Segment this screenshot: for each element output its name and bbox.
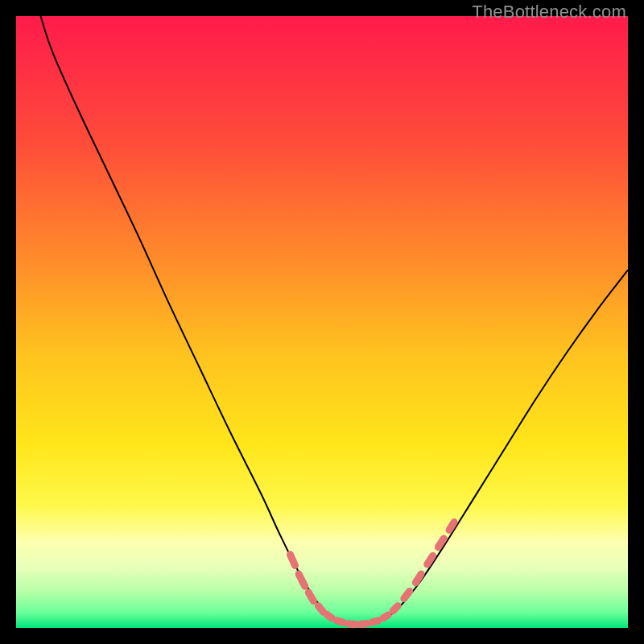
gradient-background	[16, 16, 628, 628]
watermark-text: TheBottleneck.com	[472, 2, 626, 23]
highlight-dash	[360, 624, 367, 625]
highlight-dash	[438, 539, 444, 547]
highlight-dash	[327, 614, 332, 618]
highlight-dash	[404, 591, 410, 598]
highlight-dash	[415, 574, 421, 583]
highlight-dash	[449, 522, 454, 530]
highlight-dash	[336, 621, 343, 622]
highlight-dash	[427, 555, 433, 564]
highlight-dash	[383, 615, 388, 618]
highlight-dash	[318, 606, 323, 613]
highlight-dash	[372, 621, 378, 622]
bottleneck-chart	[16, 16, 628, 628]
highlight-dash	[393, 606, 398, 611]
chart-frame	[16, 16, 628, 628]
highlight-dash	[290, 555, 295, 566]
highlight-dash	[308, 592, 313, 601]
highlight-dash	[348, 624, 355, 625]
